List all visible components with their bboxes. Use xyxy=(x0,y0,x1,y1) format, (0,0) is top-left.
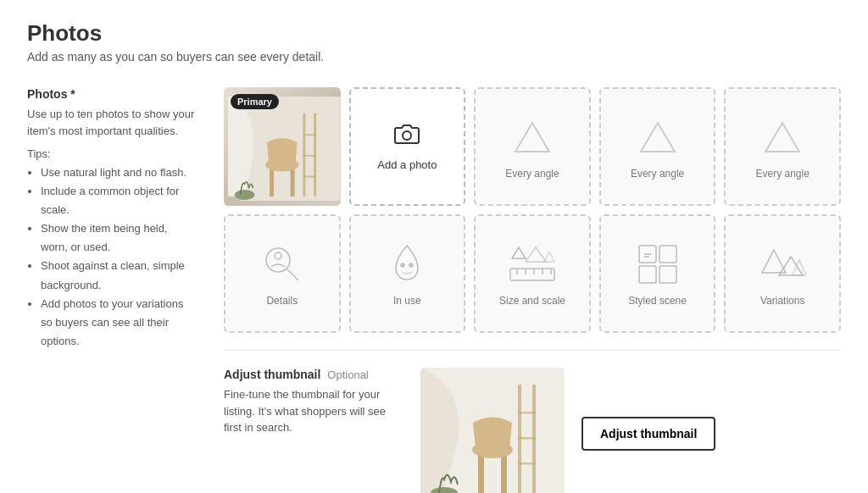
photo-type-variations[interactable]: Variations xyxy=(724,214,841,333)
svg-marker-19 xyxy=(512,247,526,258)
svg-rect-45 xyxy=(518,412,536,414)
magnify-icon xyxy=(259,241,306,288)
svg-point-4 xyxy=(235,190,255,200)
svg-rect-29 xyxy=(659,246,676,263)
svg-rect-7 xyxy=(303,134,316,136)
thumbnail-preview xyxy=(420,368,565,493)
photos-content: Primary Add a photo xyxy=(224,87,841,493)
camera-icon xyxy=(393,122,420,152)
svg-rect-46 xyxy=(518,437,536,440)
adjust-thumbnail-section: Adjust thumbnail Optional Fine-tune the … xyxy=(224,350,841,493)
photo-type-size-scale[interactable]: Size and scale xyxy=(474,214,591,333)
svg-point-18 xyxy=(409,263,413,267)
optional-label: Optional xyxy=(327,368,368,381)
adjust-thumbnail-label: Adjust thumbnail xyxy=(224,368,320,381)
details-label: Details xyxy=(266,295,298,307)
styled-scene-label: Styled scene xyxy=(628,295,687,307)
svg-rect-31 xyxy=(659,266,676,283)
tip-4: Shoot against a clean, simple background… xyxy=(41,257,197,294)
grid-icon xyxy=(634,241,682,288)
every-angle-label-3: Every angle xyxy=(756,168,810,180)
every-angle-label-1: Every angle xyxy=(505,168,559,180)
photo-type-styled-scene[interactable]: Styled scene xyxy=(599,214,716,333)
photo-type-in-use[interactable]: In use xyxy=(349,214,466,333)
tip-1: Use natural light and no flash. xyxy=(41,163,197,182)
svg-point-17 xyxy=(401,263,404,267)
adjust-content: Adjust thumbnail xyxy=(420,368,841,493)
photo-type-every-angle-1[interactable]: Every angle xyxy=(474,87,591,206)
svg-marker-21 xyxy=(544,252,554,262)
photos-sidebar: Photos * Use up to ten photos to show yo… xyxy=(27,87,197,493)
svg-rect-47 xyxy=(518,463,536,465)
svg-marker-12 xyxy=(641,123,675,152)
photos-grid-row2: Details In use xyxy=(224,214,841,333)
tip-5: Add photos to your variations so buyers … xyxy=(41,295,197,351)
svg-rect-30 xyxy=(639,266,656,283)
tip-2: Include a common object for scale. xyxy=(41,182,197,219)
every-angle-label-2: Every angle xyxy=(631,168,684,180)
photo-type-every-angle-2[interactable]: Every angle xyxy=(599,87,716,206)
svg-marker-20 xyxy=(526,247,546,262)
page-title: Photos xyxy=(27,20,841,47)
add-photo-label: Add a photo xyxy=(377,158,437,171)
triangle-icon-2 xyxy=(634,114,682,161)
tip-3: Show the item being held, worn, or used. xyxy=(41,219,197,257)
dropface-icon xyxy=(383,241,431,288)
svg-point-16 xyxy=(275,252,281,259)
page-subtitle: Add as many as you can so buyers can see… xyxy=(27,50,841,64)
photos-grid-row1: Primary Add a photo xyxy=(224,87,841,206)
primary-image: Primary xyxy=(224,87,341,206)
svg-point-10 xyxy=(403,131,411,140)
thumbnail-svg xyxy=(420,368,565,493)
tips-label: Tips: xyxy=(27,147,197,160)
svg-rect-9 xyxy=(303,175,316,177)
photo-type-details[interactable]: Details xyxy=(224,214,341,333)
photos-section-label: Photos * xyxy=(27,87,197,101)
adjust-thumbnail-desc: Fine-tune the thumbnail for your listing… xyxy=(224,386,393,436)
mountains-icon xyxy=(759,241,806,288)
svg-rect-8 xyxy=(303,155,316,157)
ruler-icon xyxy=(509,241,556,288)
svg-line-15 xyxy=(287,269,298,280)
tips-list: Use natural light and no flash. Include … xyxy=(27,163,197,351)
adjust-thumbnail-button[interactable]: Adjust thumbnail xyxy=(581,417,715,451)
svg-point-14 xyxy=(266,248,290,272)
photos-section-desc: Use up to ten photos to show your item's… xyxy=(27,106,197,139)
primary-badge: Primary xyxy=(231,94,279,109)
triangle-icon-3 xyxy=(759,114,806,161)
svg-marker-11 xyxy=(515,123,549,152)
in-use-label: In use xyxy=(393,295,421,307)
variations-label: Variations xyxy=(760,295,804,307)
svg-marker-13 xyxy=(765,123,799,152)
photo-type-every-angle-3[interactable]: Every angle xyxy=(724,87,841,206)
size-scale-label: Size and scale xyxy=(499,295,565,307)
add-photo-cell[interactable]: Add a photo xyxy=(349,87,466,206)
adjust-sidebar: Adjust thumbnail Optional Fine-tune the … xyxy=(224,368,393,493)
primary-photo-cell[interactable]: Primary xyxy=(224,87,341,206)
triangle-icon-1 xyxy=(509,114,556,161)
